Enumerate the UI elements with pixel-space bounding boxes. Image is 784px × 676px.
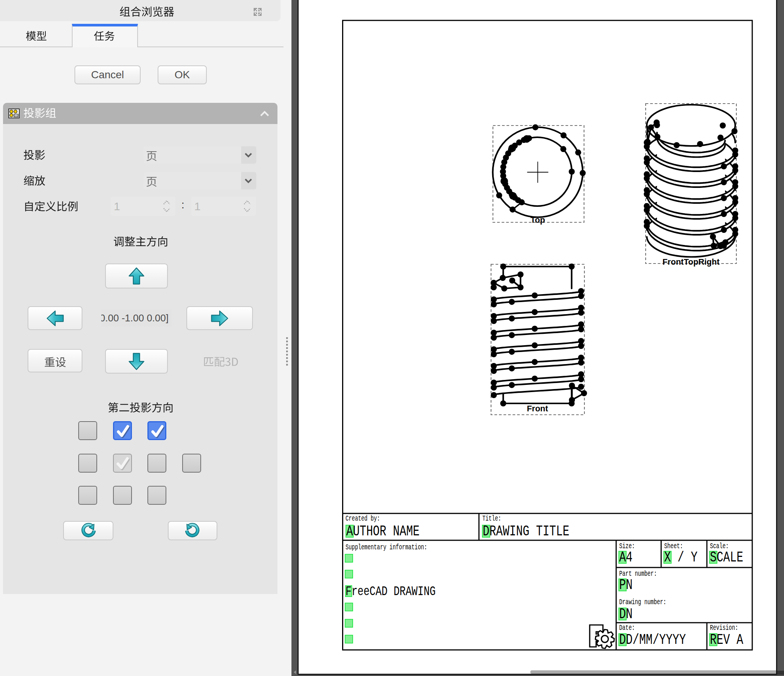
svg-text:Drawing number:: Drawing number:	[619, 597, 666, 606]
svg-text:FreeCAD DRAWING: FreeCAD DRAWING	[345, 584, 436, 599]
svg-text:Front: Front	[527, 404, 549, 413]
svg-text:DD/MM/YYYY: DD/MM/YYYY	[619, 631, 686, 648]
svg-text:REV A: REV A	[710, 631, 743, 648]
svg-text:Title:: Title:	[482, 514, 501, 523]
svg-text:FrontTopRight: FrontTopRight	[662, 257, 720, 266]
svg-text:Date:: Date:	[619, 623, 635, 632]
svg-text:AUTHOR NAME: AUTHOR NAME	[346, 523, 420, 539]
svg-text:Created by:: Created by:	[345, 514, 380, 523]
svg-text:Revision:: Revision:	[710, 623, 738, 632]
svg-text:SCALE: SCALE	[710, 549, 743, 565]
svg-text:Top: Top	[530, 215, 545, 224]
svg-text:DN: DN	[619, 606, 632, 622]
svg-text:X / Y: X / Y	[664, 549, 697, 565]
svg-text:Supplementary information:: Supplementary information:	[345, 542, 427, 551]
svg-text:A4: A4	[619, 549, 632, 565]
svg-text:DRAWING TITLE: DRAWING TITLE	[483, 523, 569, 539]
svg-text:PN: PN	[619, 576, 632, 593]
